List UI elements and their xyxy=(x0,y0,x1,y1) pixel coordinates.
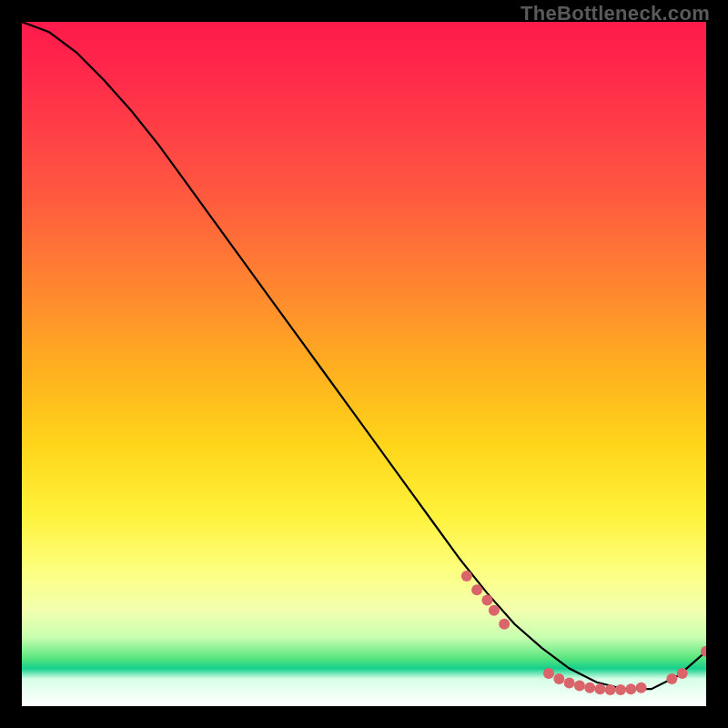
brand-watermark: TheBottleneck.com xyxy=(521,2,710,25)
data-marker xyxy=(553,673,564,684)
bottleneck-curve xyxy=(22,22,706,689)
data-marker xyxy=(625,683,636,694)
data-marker xyxy=(636,682,647,693)
data-marker xyxy=(543,668,554,679)
chart-container: TheBottleneck.com xyxy=(0,0,728,728)
data-marker xyxy=(605,684,616,695)
data-marker xyxy=(594,683,605,694)
data-marker xyxy=(564,677,575,688)
data-marker xyxy=(471,584,482,595)
data-marker xyxy=(615,684,626,695)
data-marker xyxy=(461,571,472,581)
data-marker xyxy=(677,668,688,679)
data-marker xyxy=(499,619,510,630)
plot-area xyxy=(22,22,706,706)
data-marker xyxy=(666,673,677,684)
data-marker xyxy=(584,682,595,693)
data-marker xyxy=(574,680,585,691)
curve-layer xyxy=(22,22,706,706)
data-marker xyxy=(481,594,492,605)
data-marker xyxy=(489,605,500,616)
